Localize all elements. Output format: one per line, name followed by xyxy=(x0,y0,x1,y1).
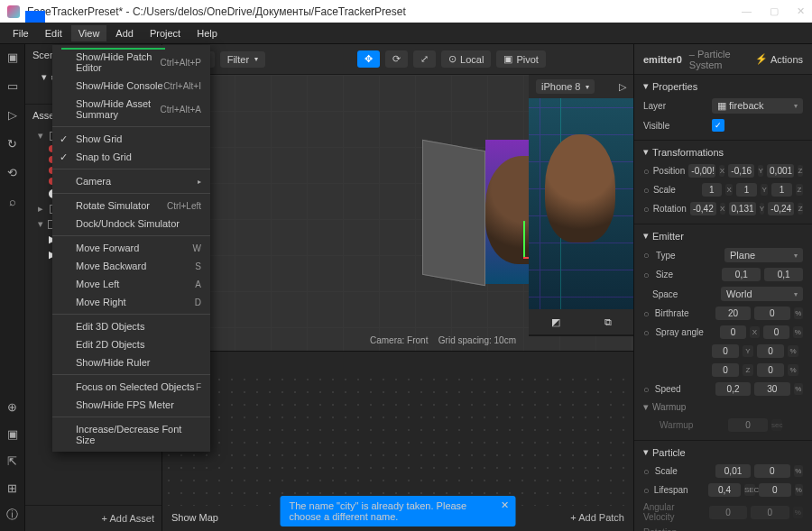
close-button[interactable]: ✕ xyxy=(797,5,805,17)
section-particle[interactable]: Particle xyxy=(652,447,686,458)
rot-z-input[interactable]: -0,24 xyxy=(768,202,794,215)
pos-z-input[interactable]: 0,001 xyxy=(767,164,794,178)
scale-x-input[interactable]: 1 xyxy=(702,183,723,197)
scale-y-input[interactable]: 1 xyxy=(736,183,757,197)
pscale1-input[interactable]: 0,01 xyxy=(715,464,751,478)
minimize-button[interactable]: — xyxy=(742,5,752,17)
menu-project[interactable]: Project xyxy=(143,25,188,41)
menu-move-left: Move LeftA xyxy=(52,275,210,293)
add-patch-button[interactable]: + Add Patch xyxy=(570,512,624,523)
viewport-3d[interactable]: Camera: Front Grid spacing: 10cm iPhone … xyxy=(162,75,633,351)
menu-move-right: Move RightD xyxy=(52,293,210,311)
spray5-input[interactable]: 0 xyxy=(712,363,739,377)
toast-message: The name "city" is already taken. Please… xyxy=(281,496,516,526)
rot-x-input[interactable]: -0,42 xyxy=(690,202,716,215)
local-toggle[interactable]: ⊙ Local xyxy=(441,50,491,68)
size2-input[interactable]: 0,1 xyxy=(764,268,803,281)
section-emitter[interactable]: Emitter xyxy=(652,231,684,242)
menu-show-grid[interactable]: ✓Show Grid xyxy=(52,130,210,148)
birth2-input[interactable]: 0 xyxy=(754,307,789,320)
menu-focus[interactable]: Focus on Selected ObjectsF xyxy=(52,378,210,396)
scale-tool[interactable]: ⤢ xyxy=(413,50,436,68)
grid-label: Grid spacing: 10cm xyxy=(438,335,516,345)
menu-fontsize[interactable]: Increase/Decrease Font Size xyxy=(52,420,210,449)
tool-search-icon[interactable]: ⌕ xyxy=(5,194,20,208)
menu-move-fwd: Move ForwardW xyxy=(52,239,210,257)
tool-link-icon[interactable]: ⟲ xyxy=(5,165,20,179)
menu-asset-summary[interactable]: Show/Hide Asset SummaryCtrl+Alt+A xyxy=(52,95,210,124)
menu-console[interactable]: Show/Hide ConsoleCtrl+Alt+I xyxy=(52,77,210,95)
visible-checkbox[interactable]: ✓ xyxy=(712,119,724,132)
warmup-input[interactable]: 0 xyxy=(728,418,768,432)
menu-dock-sim[interactable]: Dock/Undock Simulator xyxy=(52,215,210,233)
pos-y-input[interactable]: -0,16 xyxy=(728,164,754,178)
move-tool[interactable]: ✥ xyxy=(357,50,380,68)
spray3-input[interactable]: 0 xyxy=(712,344,739,358)
tool-box-icon[interactable]: ▣ xyxy=(5,426,20,441)
rotate-tool[interactable]: ⟳ xyxy=(385,50,408,68)
pivot-toggle[interactable]: ▣ Pivot xyxy=(496,50,545,68)
menu-snap-grid[interactable]: ✓Snap to Grid xyxy=(52,148,210,166)
layer-select[interactable]: ▦ fireback▾ xyxy=(712,98,803,114)
pos-x-input[interactable]: -0,00! xyxy=(688,164,715,178)
spray2-input[interactable]: 0 xyxy=(763,325,789,339)
space-select[interactable]: World▾ xyxy=(721,287,803,301)
menu-edit[interactable]: Edit xyxy=(38,25,69,41)
maximize-button[interactable]: ▢ xyxy=(770,5,779,17)
filter-dropdown[interactable]: Filter▾ xyxy=(220,51,265,68)
tool-play-icon[interactable]: ▷ xyxy=(5,107,20,122)
actions-button[interactable]: ⚡ Actions xyxy=(755,53,803,65)
birth1-input[interactable]: 20 xyxy=(715,307,751,320)
app-logo xyxy=(7,5,20,18)
scale-z-input[interactable]: 1 xyxy=(771,183,792,197)
rot-y-input[interactable]: 0,131 xyxy=(729,202,756,215)
tool-device-icon[interactable]: ▭ xyxy=(5,78,20,93)
toast-close-button[interactable]: ✕ xyxy=(501,499,509,511)
type-select[interactable]: Plane▾ xyxy=(724,248,803,262)
show-map-button[interactable]: Show Map xyxy=(171,512,218,523)
spray6-input[interactable]: 0 xyxy=(757,363,784,377)
menu-camera[interactable]: Camera▸ xyxy=(52,172,210,190)
camera-label: Camera: Front xyxy=(370,335,428,345)
life1-input[interactable]: 0,4 xyxy=(708,483,741,497)
device-selector[interactable]: iPhone 8▾ xyxy=(536,79,595,94)
angvel1-input: 0 xyxy=(709,506,747,519)
menu-move-back: Move BackwardS xyxy=(52,257,210,275)
menu-fps[interactable]: Show/Hide FPS Meter xyxy=(52,396,210,414)
object-name: emitter0 xyxy=(643,54,682,65)
spray1-input[interactable]: 0 xyxy=(720,325,746,339)
preview-capture-icon[interactable]: ⧉ xyxy=(604,316,612,328)
object-type: – Particle System xyxy=(689,49,748,70)
speed1-input[interactable]: 0,2 xyxy=(715,382,751,396)
section-transforms[interactable]: Transformations xyxy=(652,147,724,158)
menu-file[interactable]: File xyxy=(5,25,36,41)
menu-view[interactable]: View xyxy=(71,25,107,41)
view-menu-dropdown: Show/Hide Patch EditorCtrl+Alt+P Show/Hi… xyxy=(52,45,210,452)
add-asset-button[interactable]: + Add Asset xyxy=(25,505,161,531)
pscale2-input[interactable]: 0 xyxy=(754,464,789,478)
preview-camera-icon[interactable]: ◩ xyxy=(551,316,560,328)
menu-ruler[interactable]: Show/Hide Ruler xyxy=(52,353,210,371)
section-properties[interactable]: Properties xyxy=(652,81,697,92)
spray4-input[interactable]: 0 xyxy=(757,344,784,358)
menu-edit-2d[interactable]: Edit 2D Objects xyxy=(52,335,210,353)
tool-info-icon[interactable]: ⓘ xyxy=(5,508,20,522)
tool-settings-icon[interactable]: ⊞ xyxy=(5,481,20,495)
menu-rotate-sim[interactable]: Rotate SimulatorCtrl+Left xyxy=(52,197,210,215)
device-preview xyxy=(529,98,633,309)
tool-layers-icon[interactable]: ▣ xyxy=(5,50,20,64)
preview-play-icon[interactable]: ▷ xyxy=(619,81,626,93)
window-title: FaceTrackerPreset* - C:/Users/delos/OneD… xyxy=(27,5,742,18)
angvel2-input: 0 xyxy=(751,506,789,519)
patch-canvas[interactable] xyxy=(162,373,633,506)
size1-input[interactable]: 0,1 xyxy=(722,268,761,281)
tool-add-icon[interactable]: ⊕ xyxy=(5,399,20,414)
menu-add[interactable]: Add xyxy=(108,25,141,41)
life2-input[interactable]: 0 xyxy=(759,483,791,497)
tool-sync-icon[interactable]: ↻ xyxy=(5,136,20,151)
tool-export-icon[interactable]: ⇱ xyxy=(5,453,20,468)
menu-patch-editor[interactable]: Show/Hide Patch EditorCtrl+Alt+P xyxy=(52,48,210,77)
menu-help[interactable]: Help xyxy=(189,25,225,41)
speed2-input[interactable]: 30 xyxy=(754,382,789,396)
menu-edit-3d[interactable]: Edit 3D Objects xyxy=(52,317,210,335)
